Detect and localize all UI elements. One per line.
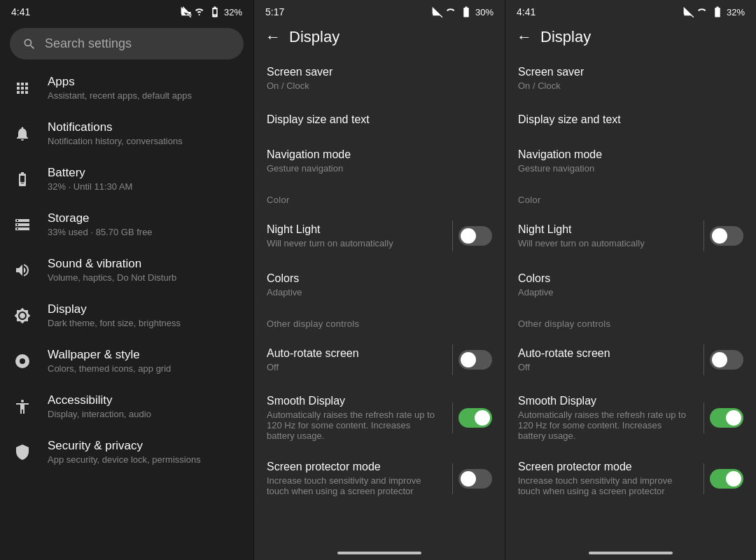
display-item-nav-3[interactable]: Navigation mode Gesture navigation: [505, 137, 756, 185]
display-item-size-2[interactable]: Display size and text: [254, 102, 505, 137]
settings-text-storage: Storage 33% used · 85.70 GB free: [48, 211, 153, 237]
storage-title: Storage: [48, 211, 153, 225]
battery-title: Battery: [48, 166, 132, 180]
colors-title-2: Colors: [267, 272, 492, 285]
settings-item-wallpaper[interactable]: Wallpaper & style Colors, themed icons, …: [0, 338, 253, 384]
protector-subtitle-3: Increase touch sensitivity and improve t…: [518, 475, 690, 496]
nightlight-toggle-3[interactable]: [710, 226, 743, 246]
nav-subtitle-2: Gesture navigation: [267, 163, 492, 174]
battery-pct-3: 32%: [727, 7, 745, 18]
settings-item-accessibility[interactable]: Accessibility Display, interaction, audi…: [0, 384, 253, 429]
status-time-3: 4:41: [517, 6, 536, 18]
display-panel-3: 4:41 32% ← Display Screen saver On / Clo…: [505, 0, 756, 560]
smooth-toggle-thumb-3: [726, 410, 741, 426]
bottom-indicator-2: [337, 552, 421, 554]
svg-point-1: [20, 358, 25, 364]
display-icon: [11, 304, 34, 327]
display-item-protector-3[interactable]: Screen protector mode Increase touch sen…: [505, 451, 756, 506]
settings-text-battery: Battery 32% · Until 11:30 AM: [48, 166, 132, 192]
security-icon: [11, 441, 34, 463]
battery-pct-2: 30%: [475, 7, 493, 18]
settings-item-notifications[interactable]: Notifications Notification history, conv…: [0, 111, 253, 156]
color-section-3: Color: [505, 185, 756, 211]
storage-subtitle: 33% used · 85.70 GB free: [48, 227, 153, 237]
status-icons-3: 32%: [683, 6, 745, 18]
autorotate-toggle-2[interactable]: [458, 350, 492, 370]
display-item-colors-3[interactable]: Colors Adaptive: [505, 261, 756, 309]
display-content-3: Screen saver On / Clock Display size and…: [505, 55, 756, 546]
autorotate-toggle-3[interactable]: [710, 350, 743, 370]
display-item-colors-2[interactable]: Colors Adaptive: [254, 261, 505, 309]
smooth-title-3: Smooth Display: [518, 395, 690, 407]
display-header-2: ← Display: [254, 21, 505, 55]
settings-text-security: Security & privacy App security, device …: [48, 439, 201, 465]
display-item-nightlight-3[interactable]: Night Light Will never turn on automatic…: [505, 211, 756, 261]
apps-subtitle: Assistant, recent apps, default apps: [48, 90, 192, 101]
security-title: Security & privacy: [48, 439, 201, 453]
display-item-smooth-3[interactable]: Smooth Display Automatically raises the …: [505, 385, 756, 451]
smooth-toggle-2[interactable]: [458, 408, 492, 428]
settings-item-battery[interactable]: Battery 32% · Until 11:30 AM: [0, 156, 253, 202]
screensaver-title-3: Screen saver: [518, 66, 743, 78]
display-header-3: ← Display: [505, 21, 756, 55]
nightlight-text-3: Night Light Will never turn on automatic…: [518, 223, 698, 248]
smooth-title-2: Smooth Display: [267, 395, 438, 407]
display-item-nav-2[interactable]: Navigation mode Gesture navigation: [254, 137, 505, 185]
sound-icon: [11, 259, 34, 281]
colors-subtitle-3: Adaptive: [518, 287, 743, 298]
display-item-size-3[interactable]: Display size and text: [505, 102, 756, 137]
display-item-nightlight-2[interactable]: Night Light Will never turn on automatic…: [254, 211, 505, 261]
status-bar-3: 4:41 32%: [505, 0, 756, 21]
protector-toggle-thumb-3: [726, 471, 741, 486]
protector-toggle-2[interactable]: [458, 469, 492, 489]
apps-icon: [11, 77, 34, 99]
protector-text-2: Screen protector mode Increase touch sen…: [267, 461, 447, 496]
nightlight-title-2: Night Light: [267, 223, 438, 236]
protector-toggle-3[interactable]: [710, 469, 743, 489]
storage-icon: [11, 214, 34, 236]
display-panel-2: 5:17 30% ← Display Screen saver On / Clo…: [253, 0, 505, 560]
divider-3b: [704, 344, 704, 375]
smooth-toggle-3[interactable]: [710, 408, 743, 428]
display-item-autorotate-2[interactable]: Auto-rotate screen Off: [254, 335, 505, 385]
settings-text-wallpaper: Wallpaper & style Colors, themed icons, …: [48, 348, 171, 374]
nav-title-2: Navigation mode: [267, 148, 492, 161]
autorotate-text-2: Auto-rotate screen Off: [267, 347, 447, 372]
colors-title-3: Colors: [518, 272, 743, 285]
smooth-toggle-thumb-2: [475, 410, 490, 426]
size-title-2: Display size and text: [267, 113, 492, 126]
protector-title-2: Screen protector mode: [267, 461, 438, 473]
colors-subtitle-2: Adaptive: [267, 287, 492, 298]
back-button-2[interactable]: ←: [265, 28, 281, 46]
notifications-subtitle: Notification history, conversations: [48, 136, 183, 146]
display-item-screensaver-3[interactable]: Screen saver On / Clock: [505, 55, 756, 102]
display-item-protector-2[interactable]: Screen protector mode Increase touch sen…: [254, 451, 505, 506]
divider-2a: [452, 220, 453, 251]
sound-subtitle: Volume, haptics, Do Not Disturb: [48, 272, 176, 283]
nightlight-toggle-2[interactable]: [458, 226, 492, 246]
other-section-2: Other display controls: [254, 309, 505, 335]
divider-2d: [452, 463, 453, 494]
nightlight-text-2: Night Light Will never turn on automatic…: [267, 223, 447, 248]
battery-subtitle: 32% · Until 11:30 AM: [48, 181, 132, 192]
search-bar-label: Search settings: [45, 36, 132, 51]
status-bar-2: 5:17 30%: [254, 0, 505, 21]
security-subtitle: App security, device lock, permissions: [48, 454, 201, 465]
search-bar[interactable]: Search settings: [10, 28, 244, 59]
divider-3c: [704, 402, 704, 433]
screensaver-subtitle-2: On / Clock: [267, 80, 492, 91]
divider-3a: [704, 220, 704, 251]
display-item-autorotate-3[interactable]: Auto-rotate screen Off: [505, 335, 756, 385]
settings-item-apps[interactable]: Apps Assistant, recent apps, default app…: [0, 65, 253, 111]
display-subtitle: Dark theme, font size, brightness: [48, 318, 181, 328]
settings-item-security[interactable]: Security & privacy App security, device …: [0, 429, 253, 475]
settings-item-display[interactable]: Display Dark theme, font size, brightnes…: [0, 293, 253, 338]
back-button-3[interactable]: ←: [517, 28, 532, 46]
accessibility-title: Accessibility: [48, 393, 151, 407]
settings-item-storage[interactable]: Storage 33% used · 85.70 GB free: [0, 202, 253, 247]
display-item-screensaver-2[interactable]: Screen saver On / Clock: [254, 55, 505, 102]
display-item-smooth-2[interactable]: Smooth Display Automatically raises the …: [254, 385, 505, 451]
settings-item-sound[interactable]: Sound & vibration Volume, haptics, Do No…: [0, 247, 253, 293]
accessibility-subtitle: Display, interaction, audio: [48, 409, 151, 419]
screensaver-subtitle-3: On / Clock: [518, 80, 743, 91]
